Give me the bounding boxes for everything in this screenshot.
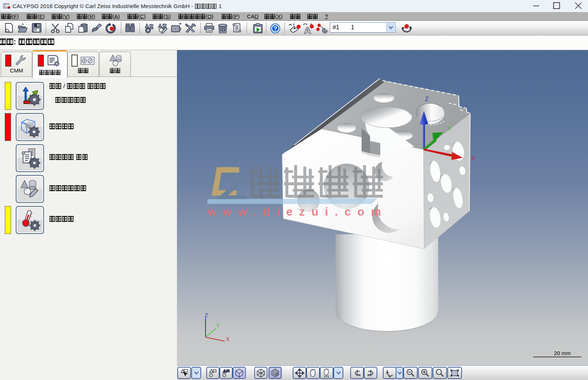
svg-text:XYZ: XYZ <box>324 375 329 378</box>
svg-text:20 mm: 20 mm <box>554 350 571 356</box>
svg-text:Z: Z <box>425 96 429 102</box>
svg-text:Y: Y <box>448 125 451 131</box>
svg-text:?: ? <box>273 25 277 32</box>
svg-text:Y: Y <box>216 323 220 328</box>
svg-text:Z: Z <box>205 312 208 318</box>
svg-text:X: X <box>226 336 230 342</box>
svg-text:X: X <box>471 155 475 161</box>
svg-text:www.diezui.com: www.diezui.com <box>207 205 388 218</box>
